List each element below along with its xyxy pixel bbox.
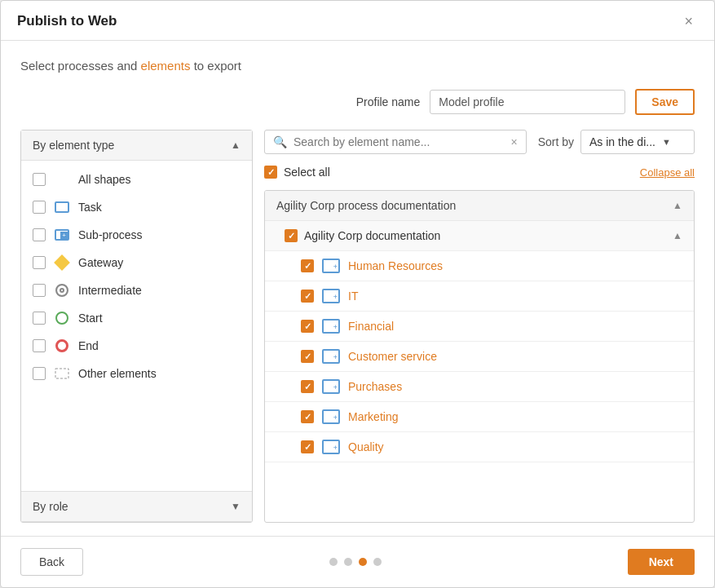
item-checkbox-purchases[interactable]: ✓ — [301, 380, 314, 393]
tree-item-quality[interactable]: ✓ Quality — [265, 432, 694, 462]
item-checkmark-hr: ✓ — [304, 261, 311, 272]
back-button[interactable]: Back — [20, 548, 83, 576]
shape-label-intermediate: Intermediate — [78, 284, 142, 297]
shape-list: All shapes Task + — [21, 161, 252, 392]
item-checkbox-financial[interactable]: ✓ — [301, 320, 314, 333]
chevron-up-icon: ▲ — [231, 139, 241, 151]
item-label-financial: Financial — [348, 320, 394, 333]
item-checkbox-marketing[interactable]: ✓ — [301, 410, 314, 423]
icon-subprocess: + — [54, 227, 70, 243]
icon-other — [54, 365, 70, 382]
dialog-body: Select processes and elements to export … — [1, 41, 714, 536]
shape-label-subprocess: Sub-process — [78, 228, 143, 241]
sort-label: Sort by — [538, 135, 574, 148]
search-icon: 🔍 — [273, 135, 287, 148]
shape-item-other[interactable]: Other elements — [21, 360, 252, 387]
search-clear-icon[interactable]: × — [510, 135, 517, 148]
next-button[interactable]: Next — [628, 549, 695, 575]
role-section: By role ▼ — [21, 491, 252, 522]
checkbox-subprocess[interactable] — [33, 228, 46, 241]
publish-to-web-dialog: Publish to Web × Select processes and el… — [0, 0, 715, 588]
sort-chevron-down-icon: ▼ — [662, 137, 671, 147]
tree-item-purchases[interactable]: ✓ Purchases — [265, 372, 694, 402]
select-all-checkbox[interactable]: ✓ — [264, 166, 277, 179]
highlight-elements: elements — [141, 59, 191, 73]
tree-group-header[interactable]: ✓ Agility Corp documentation ▲ — [265, 221, 694, 251]
tree-item-customer[interactable]: ✓ Customer service — [265, 342, 694, 372]
tree-item-it[interactable]: ✓ IT — [265, 281, 694, 312]
item-icon-quality — [322, 440, 340, 454]
shape-label-other: Other elements — [78, 367, 157, 380]
sort-row: Sort by As in the di... ▼ — [538, 130, 695, 154]
item-checkmark-marketing: ✓ — [304, 412, 311, 422]
tree-root-label: Agility Corp process documentation — [276, 199, 456, 212]
group-checkmark-icon: ✓ — [288, 231, 295, 241]
item-icon-purchases — [322, 379, 340, 394]
item-label-hr: Human Resources — [348, 259, 443, 272]
item-icon-customer — [322, 349, 340, 364]
shape-label-all: All shapes — [78, 173, 131, 186]
select-all-label: Select all — [284, 166, 330, 179]
item-icon-it — [322, 289, 340, 303]
shape-item-subprocess[interactable]: + Sub-process — [21, 221, 252, 249]
item-icon-hr — [322, 259, 340, 273]
dot-3-active — [359, 558, 367, 566]
checkbox-intermediate[interactable] — [33, 284, 46, 297]
select-all-toggle[interactable]: ✓ Select all — [264, 166, 330, 179]
shape-item-intermediate[interactable]: Intermediate — [21, 276, 252, 304]
shape-item-all[interactable]: All shapes — [21, 166, 252, 193]
item-label-customer: Customer service — [348, 350, 437, 363]
group-chevron-up-icon: ▲ — [673, 230, 682, 241]
role-header[interactable]: By role ▼ — [21, 492, 252, 522]
tree-item-marketing[interactable]: ✓ Marketing — [265, 402, 694, 432]
checkbox-start[interactable] — [33, 312, 46, 325]
item-checkbox-quality[interactable]: ✓ — [301, 440, 314, 453]
icon-gateway — [54, 254, 70, 271]
item-checkmark-customer: ✓ — [304, 351, 311, 362]
checkbox-gateway[interactable] — [33, 256, 46, 269]
icon-start — [54, 310, 70, 326]
group-checkbox[interactable]: ✓ — [285, 229, 298, 242]
sort-value: As in the di... — [589, 135, 655, 148]
profile-input[interactable] — [430, 90, 625, 114]
item-icon-marketing — [322, 409, 340, 424]
checkbox-other[interactable] — [33, 367, 46, 380]
subtitle: Select processes and elements to export — [20, 59, 695, 73]
shape-item-task[interactable]: Task — [21, 193, 252, 221]
item-checkbox-customer[interactable]: ✓ — [301, 350, 314, 363]
tree-item-financial[interactable]: ✓ Financial — [265, 312, 694, 342]
profile-row: Profile name Save — [20, 89, 695, 115]
dialog-title: Publish to Web — [17, 13, 117, 29]
item-checkbox-it[interactable]: ✓ — [301, 290, 314, 303]
checkbox-end[interactable] — [33, 339, 46, 352]
item-checkmark-financial: ✓ — [304, 321, 311, 332]
item-label-quality: Quality — [348, 440, 384, 453]
role-title: By role — [33, 500, 68, 513]
right-panel: 🔍 × Sort by As in the di... ▼ — [264, 130, 695, 523]
collapse-all-button[interactable]: Collapse all — [640, 166, 695, 179]
tree-root-header[interactable]: Agility Corp process documentation ▲ — [265, 191, 694, 221]
shape-label-end: End — [78, 339, 99, 352]
element-type-header[interactable]: By element type ▲ — [21, 130, 252, 161]
search-sort-row: 🔍 × Sort by As in the di... ▼ — [264, 130, 695, 154]
dot-1 — [329, 558, 338, 566]
icon-task — [54, 199, 70, 215]
item-checkmark-quality: ✓ — [304, 442, 311, 453]
item-checkbox-hr[interactable]: ✓ — [301, 259, 314, 272]
item-label-it: IT — [348, 290, 358, 303]
sort-dropdown[interactable]: As in the di... ▼ — [580, 130, 695, 154]
pagination-dots — [329, 558, 382, 566]
checkbox-task[interactable] — [33, 201, 46, 214]
shape-label-start: Start — [78, 312, 103, 325]
shape-item-gateway[interactable]: Gateway — [21, 249, 252, 276]
item-checkmark-it: ✓ — [304, 291, 311, 302]
shape-item-end[interactable]: End — [21, 332, 252, 360]
close-button[interactable]: × — [679, 12, 698, 30]
search-input[interactable] — [294, 135, 504, 148]
shape-label-gateway: Gateway — [78, 256, 123, 269]
shape-item-start[interactable]: Start — [21, 304, 252, 332]
tree-item-hr[interactable]: ✓ Human Resources — [265, 251, 694, 281]
tree-area[interactable]: Agility Corp process documentation ▲ ✓ A… — [264, 190, 695, 523]
save-button[interactable]: Save — [635, 89, 695, 115]
checkbox-all-shapes[interactable] — [33, 173, 46, 186]
